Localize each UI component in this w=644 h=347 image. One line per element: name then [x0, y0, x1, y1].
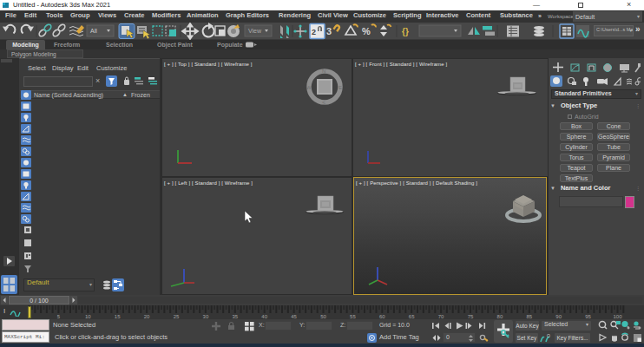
svg-text:{}: {} — [402, 27, 409, 36]
svg-text:E: E — [338, 85, 342, 90]
svg-text:3: 3 — [326, 26, 332, 36]
svg-text:O: O — [547, 333, 550, 338]
svg-text:N: N — [322, 69, 325, 74]
svg-text:2: 2 — [312, 28, 316, 36]
svg-text:S: S — [322, 101, 325, 106]
svg-text:%: % — [362, 26, 371, 36]
svg-text:All: All — [90, 28, 97, 34]
svg-text:W: W — [306, 85, 312, 90]
svg-text:View: View — [248, 28, 262, 34]
